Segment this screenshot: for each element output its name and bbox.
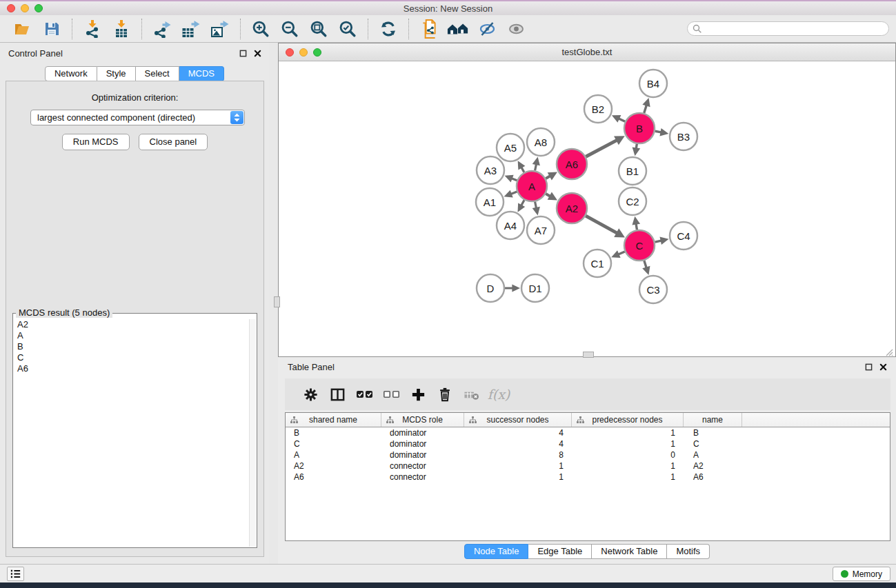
tab-mcds[interactable]: MCDS <box>179 66 224 81</box>
mcds-result-item[interactable]: B <box>14 341 248 352</box>
open-file-button[interactable] <box>12 18 34 40</box>
export-image-button[interactable] <box>209 18 231 40</box>
table-row[interactable]: Bdominator41B <box>286 427 890 438</box>
graph-node-C2[interactable]: C2 <box>619 187 646 215</box>
close-network-button[interactable] <box>286 48 294 57</box>
graph-node-A8[interactable]: A8 <box>527 128 555 156</box>
graph-edge-A-A4[interactable] <box>518 200 526 212</box>
table-row[interactable]: A2connector11A2 <box>286 460 890 472</box>
graph-node-B2[interactable]: B2 <box>584 95 612 123</box>
graph-node-A1[interactable]: A1 <box>476 188 504 216</box>
select-all-button[interactable] <box>352 383 376 406</box>
export-network-button[interactable] <box>151 18 173 40</box>
float-table-panel-button[interactable] <box>864 363 873 372</box>
task-history-button[interactable] <box>7 567 24 581</box>
maximize-window-button[interactable] <box>34 4 43 12</box>
zoom-fit-button[interactable] <box>308 18 330 40</box>
close-table-panel-button[interactable] <box>878 363 888 372</box>
show-all-button[interactable] <box>505 18 527 40</box>
float-panel-button[interactable] <box>238 49 248 59</box>
memory-button[interactable]: Memory <box>833 567 890 581</box>
graph-edge-B-B2[interactable] <box>612 115 625 123</box>
graph-node-C[interactable]: C <box>624 230 655 261</box>
graph-edge-C-C3[interactable] <box>642 261 650 275</box>
result-scrollbar[interactable] <box>249 319 256 547</box>
hide-selected-button[interactable] <box>476 18 498 40</box>
refresh-button[interactable] <box>377 18 399 40</box>
criterion-dropdown[interactable]: largest connected component (directed) <box>30 110 245 125</box>
close-window-button[interactable] <box>7 4 15 12</box>
add-column-button[interactable] <box>406 383 430 406</box>
mcds-result-item[interactable]: A <box>14 330 248 341</box>
mcds-result-item[interactable]: C <box>14 352 248 363</box>
graph-node-A7[interactable]: A7 <box>527 216 555 244</box>
maximize-network-button[interactable] <box>313 48 321 57</box>
graph-node-C4[interactable]: C4 <box>670 222 697 250</box>
delete-column-button[interactable] <box>433 383 457 406</box>
save-session-button[interactable] <box>41 18 63 40</box>
graph-edge-A6-B[interactable] <box>586 136 624 156</box>
graph-edge-C-C1[interactable] <box>611 250 625 258</box>
mcds-result-item[interactable]: A2 <box>14 319 248 330</box>
graph-node-A[interactable]: A <box>517 171 547 201</box>
column-header-predecessor-nodes[interactable]: predecessor nodes <box>572 413 684 427</box>
graph-node-A4[interactable]: A4 <box>497 212 524 239</box>
graph-node-B3[interactable]: B3 <box>670 123 697 150</box>
graph-edge-D-D1[interactable] <box>505 284 520 292</box>
minimize-window-button[interactable] <box>21 4 29 12</box>
graph-node-D[interactable]: D <box>477 274 504 302</box>
table-splitter-handle[interactable] <box>583 352 594 358</box>
column-header-successor-nodes[interactable]: successor nodes <box>464 413 572 427</box>
tab-network-table[interactable]: Network Table <box>592 544 667 559</box>
tab-edge-table[interactable]: Edge Table <box>528 544 592 559</box>
panel-splitter-handle[interactable] <box>274 296 280 307</box>
graph-node-A6[interactable]: A6 <box>557 149 587 179</box>
graph-node-C1[interactable]: C1 <box>584 250 611 277</box>
show-column-button[interactable] <box>326 383 349 406</box>
search-input[interactable] <box>687 21 889 36</box>
function-builder-button[interactable]: f(x) <box>487 383 510 406</box>
delete-table-button[interactable] <box>460 383 484 406</box>
graph-edge-A-A3[interactable] <box>505 175 517 183</box>
minimize-network-button[interactable] <box>299 48 308 57</box>
graph-edge-C-C4[interactable] <box>655 237 668 245</box>
run-mcds-button[interactable]: Run MCDS <box>62 134 130 150</box>
unselect-all-button[interactable] <box>379 383 403 406</box>
graph-edge-A-A6[interactable] <box>546 172 557 181</box>
column-header-MCDS-role[interactable]: MCDS role <box>381 413 464 427</box>
export-table-button[interactable] <box>180 18 202 40</box>
table-row[interactable]: A6connector11A6 <box>286 472 890 483</box>
first-neighbors-button[interactable] <box>447 18 469 40</box>
graph-edge-B-B1[interactable] <box>633 144 641 156</box>
zoom-selected-button[interactable] <box>337 18 359 40</box>
close-panel-action-button[interactable]: Close panel <box>139 134 208 150</box>
table-settings-button[interactable] <box>299 383 322 406</box>
resize-grip-icon[interactable] <box>886 349 893 356</box>
graph-node-D1[interactable]: D1 <box>521 274 549 302</box>
graph-edge-C-C2[interactable] <box>632 216 640 230</box>
graph-node-C3[interactable]: C3 <box>639 276 667 303</box>
column-header-name[interactable]: name <box>684 413 742 427</box>
graph-node-A3[interactable]: A3 <box>477 156 504 184</box>
table-row[interactable]: Adominator80A <box>286 449 890 460</box>
network-canvas[interactable]: AA1A2A3A4A5A6A7A8BB1B2B3B4CC1C2C3C4DD1 <box>279 62 895 356</box>
import-table-button[interactable] <box>110 18 132 40</box>
import-network-button[interactable] <box>81 18 103 40</box>
tab-node-table[interactable]: Node Table <box>464 544 529 559</box>
graph-node-A2[interactable]: A2 <box>557 193 587 223</box>
zoom-out-button[interactable] <box>279 18 301 40</box>
tab-select[interactable]: Select <box>136 66 179 81</box>
zoom-in-button[interactable] <box>250 18 272 40</box>
tab-style[interactable]: Style <box>97 66 136 81</box>
graph-node-B[interactable]: B <box>624 113 655 143</box>
close-panel-button[interactable] <box>252 49 262 59</box>
graph-node-B1[interactable]: B1 <box>619 157 646 185</box>
graph-edge-A2-C[interactable] <box>586 216 625 237</box>
graph-edge-A-A8[interactable] <box>532 157 540 171</box>
graph-node-B4[interactable]: B4 <box>639 70 667 97</box>
mcds-result-item[interactable]: A6 <box>14 363 248 374</box>
graph-edge-A-A5[interactable] <box>518 161 526 172</box>
new-network-from-selection-button[interactable] <box>418 18 440 40</box>
column-header-shared-name[interactable]: shared name <box>286 413 381 427</box>
graph-edge-A-A1[interactable] <box>504 190 517 198</box>
